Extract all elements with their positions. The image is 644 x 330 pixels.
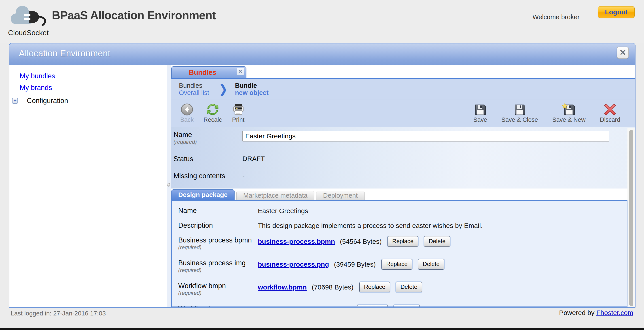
breadcrumb-current-title: Bundle bbox=[235, 82, 268, 89]
fhoster-link[interactable]: Fhoster.com bbox=[596, 309, 633, 316]
page-title: BPaaS Allocation Environment bbox=[52, 9, 216, 22]
page-footer: Last logged in: 27-Jan-2016 17:03 Powere… bbox=[0, 308, 644, 328]
dp-description-value: This design package implements a process… bbox=[258, 221, 482, 230]
sidebar-item-my-brands[interactable]: My brands bbox=[20, 84, 167, 92]
logout-button[interactable]: Logout bbox=[598, 6, 634, 18]
floppy-disk-star-icon bbox=[562, 103, 576, 116]
bpmn-file-size: (54564 Bytes) bbox=[340, 238, 382, 245]
recalc-refresh-icon bbox=[206, 103, 219, 116]
bp-img-file-link[interactable]: business-process.png bbox=[258, 261, 329, 268]
name-row: Name (required) bbox=[174, 131, 635, 145]
tab-deployment[interactable]: Deployment bbox=[316, 191, 365, 200]
workflow-bpmn-file-link[interactable]: workflow.bpmn bbox=[258, 283, 307, 291]
allocation-environment-window: Allocation Environment ✕ My bundles My b… bbox=[9, 43, 636, 308]
workflow-bpmn-replace-button[interactable]: Replace bbox=[359, 282, 390, 292]
main-content: Bundles ✕ Bundles Overall list ❯ Bundle … bbox=[171, 65, 635, 307]
save-button[interactable]: Save bbox=[474, 103, 487, 123]
discard-button[interactable]: Discard bbox=[600, 103, 620, 123]
dp-workflow-img-row: Workflow img (required) workflow.png (16… bbox=[178, 305, 627, 307]
missing-contents-value: - bbox=[242, 172, 245, 180]
breadcrumb-current: Bundle new object bbox=[235, 82, 268, 96]
splitter-handle-icon[interactable] bbox=[167, 183, 170, 187]
breadcrumb-current-sub: new object bbox=[235, 89, 268, 96]
window-close-icon[interactable]: ✕ bbox=[617, 47, 629, 59]
back-button[interactable]: Back bbox=[180, 103, 194, 123]
bpmn-file-link[interactable]: business-process.bpmn bbox=[258, 238, 335, 245]
status-row: Status DRAFT bbox=[174, 155, 635, 163]
tab-close-icon[interactable]: ✕ bbox=[236, 68, 244, 75]
workflow-bpmn-delete-button[interactable]: Delete bbox=[396, 282, 422, 292]
save-close-button[interactable]: Save & Close bbox=[501, 103, 538, 123]
dp-description-row: Description This design package implemen… bbox=[178, 221, 627, 230]
name-input[interactable] bbox=[242, 131, 609, 141]
floppy-disk-icon bbox=[474, 103, 487, 116]
tab-strip: Bundles ✕ bbox=[171, 65, 635, 78]
sidebar-item-configuration[interactable]: + Configuration bbox=[12, 97, 167, 105]
breadcrumb-parent-sub[interactable]: Overall list bbox=[179, 89, 209, 96]
app-header: CloudSocket BPaaS Allocation Environment… bbox=[0, 0, 644, 43]
last-login-text: Last logged in: 27-Jan-2016 17:03 bbox=[11, 310, 106, 317]
panel-splitter[interactable] bbox=[167, 65, 171, 307]
name-label: Name bbox=[174, 131, 242, 139]
red-x-icon bbox=[604, 103, 616, 116]
tab-bundles[interactable]: Bundles ✕ bbox=[171, 66, 246, 78]
bundle-form: Name (required) Status DRAFT Missing con… bbox=[171, 127, 635, 189]
dp-name-row: Name Easter Greetings bbox=[178, 207, 627, 215]
bp-img-delete-button[interactable]: Delete bbox=[418, 259, 444, 270]
back-arrow-icon bbox=[180, 103, 194, 116]
printer-icon bbox=[232, 103, 245, 116]
workflow-img-file-link[interactable]: workflow.png bbox=[258, 306, 301, 307]
breadcrumb-parent[interactable]: Bundles Overall list bbox=[179, 82, 209, 96]
expand-plus-icon[interactable]: + bbox=[12, 98, 18, 104]
dp-workflow-bpmn-row: Workflow bmpn (required) workflow.bpmn (… bbox=[178, 282, 627, 296]
bp-img-file-size: (39459 Bytes) bbox=[334, 261, 376, 268]
workflow-img-delete-button[interactable]: Delete bbox=[394, 305, 420, 307]
breadcrumb-parent-title: Bundles bbox=[179, 82, 209, 89]
bpmn-delete-button[interactable]: Delete bbox=[424, 236, 450, 247]
dp-bpmn-row: Business process bpmn (required) busines… bbox=[178, 236, 627, 251]
vertical-scrollbar[interactable] bbox=[628, 128, 635, 307]
detail-tab-bar: Design package Marketplace metadata Depl… bbox=[171, 189, 635, 200]
bottom-edge-bar bbox=[0, 328, 644, 330]
missing-contents-label: Missing contents bbox=[174, 172, 242, 180]
workflow-bpmn-file-size: (70698 Bytes) bbox=[312, 283, 354, 291]
bpmn-replace-button[interactable]: Replace bbox=[388, 236, 418, 247]
tab-marketplace-metadata[interactable]: Marketplace metadata bbox=[236, 191, 314, 200]
tab-design-package[interactable]: Design package bbox=[171, 189, 234, 200]
name-required-note: (required) bbox=[174, 139, 242, 145]
dp-img-row: Business process img (required) business… bbox=[178, 259, 627, 273]
design-package-panel: Name Easter Greetings Description This d… bbox=[171, 200, 628, 307]
breadcrumb: Bundles Overall list ❯ Bundle new object bbox=[171, 79, 635, 99]
status-label: Status bbox=[174, 155, 242, 163]
breadcrumb-arrow-icon: ❯ bbox=[219, 82, 228, 96]
missing-contents-row: Missing contents - bbox=[174, 172, 635, 180]
scrollbar-thumb[interactable] bbox=[629, 130, 633, 306]
recalc-button[interactable]: Recalc bbox=[204, 103, 222, 123]
dp-name-value: Easter Greetings bbox=[258, 207, 308, 215]
welcome-message: Welcome broker bbox=[532, 14, 580, 21]
sidebar: My bundles My brands + Configuration bbox=[10, 65, 167, 307]
toolbar: Back Recalc bbox=[171, 99, 635, 127]
save-new-button[interactable]: Save & New bbox=[552, 103, 586, 123]
tab-bundles-label: Bundles bbox=[172, 69, 234, 77]
workflow-img-file-size: (169870 Bytes) bbox=[306, 306, 351, 307]
status-value: DRAFT bbox=[242, 155, 265, 162]
cloudsocket-logo: CloudSocket bbox=[6, 1, 51, 42]
window-title: Allocation Environment bbox=[19, 48, 110, 58]
cloud-plug-icon bbox=[8, 3, 50, 30]
bp-img-replace-button[interactable]: Replace bbox=[382, 259, 412, 270]
logo-wordmark: CloudSocket bbox=[8, 29, 48, 37]
window-titlebar: Allocation Environment ✕ bbox=[10, 43, 635, 65]
print-button[interactable]: Print bbox=[232, 103, 245, 123]
workflow-img-replace-button[interactable]: Replace bbox=[357, 305, 388, 307]
configuration-label: Configuration bbox=[27, 97, 68, 105]
powered-by-text: Powered by Fhoster.com bbox=[559, 309, 633, 316]
sidebar-item-my-bundles[interactable]: My bundles bbox=[20, 72, 167, 80]
floppy-disk-icon bbox=[513, 103, 526, 116]
